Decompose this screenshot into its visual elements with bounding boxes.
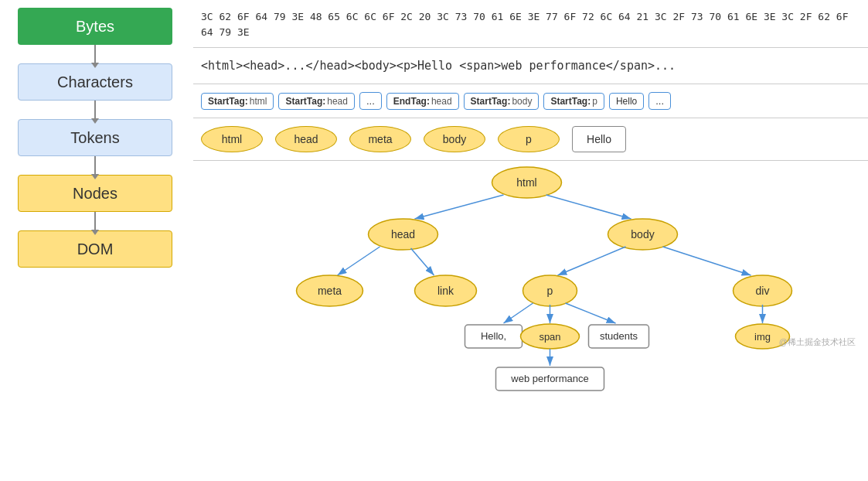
node-html: html <box>201 126 263 152</box>
stage-bytes: Bytes <box>18 8 172 45</box>
svg-line-4 <box>546 195 631 219</box>
svg-text:html: html <box>516 176 536 189</box>
token-start-body: StartTag: body <box>464 93 540 110</box>
dom-label: DOM <box>77 240 114 258</box>
svg-line-23 <box>566 303 616 323</box>
node-hello: Hello <box>572 126 626 152</box>
svg-text:Hello,: Hello, <box>481 330 506 342</box>
dom-tree-svg: html head body meta link <box>193 161 868 354</box>
stage-nodes: Nodes <box>18 175 172 212</box>
tokens-row: StartTag: html StartTag: head ... EndTag… <box>193 84 868 118</box>
svg-text:div: div <box>756 285 770 297</box>
node-body: body <box>424 126 485 152</box>
svg-text:link: link <box>437 285 454 297</box>
node-meta: meta <box>349 126 411 152</box>
token-start-p: StartTag: p <box>543 93 604 110</box>
svg-line-3 <box>415 195 504 219</box>
svg-text:web performance: web performance <box>510 373 588 384</box>
node-head: head <box>275 126 337 152</box>
svg-text:students: students <box>600 330 638 342</box>
svg-text:head: head <box>391 228 415 240</box>
characters-text: <html><head>...</head><body><p>Hello <sp… <box>201 59 676 73</box>
arrow-characters-to-tokens <box>94 101 96 119</box>
svg-text:p: p <box>547 285 553 297</box>
bytes-text: 3C 62 6F 64 79 3E 48 65 6C 6C 6F 2C 20 3… <box>201 11 848 38</box>
right-panel: 3C 62 6F 64 79 3E 48 65 6C 6C 6F 2C 20 3… <box>193 0 868 481</box>
left-panel: Bytes Characters Tokens Nodes DOM <box>4 8 186 268</box>
node-p: p <box>498 126 560 152</box>
stage-dom: DOM <box>18 230 172 268</box>
svg-line-10 <box>411 248 434 275</box>
svg-line-11 <box>558 247 626 275</box>
token-start-html: StartTag: html <box>201 93 274 110</box>
token-ellipsis-2: ... <box>648 92 671 110</box>
token-ellipsis-1: ... <box>359 92 382 110</box>
svg-text:span: span <box>539 331 560 343</box>
arrow-bytes-to-characters <box>94 45 96 63</box>
nodes-label: Nodes <box>73 185 117 203</box>
svg-line-12 <box>663 247 751 275</box>
arrow-nodes-to-dom <box>94 212 96 230</box>
token-hello-text: Hello <box>609 93 644 110</box>
stage-tokens: Tokens <box>18 119 172 156</box>
dom-tree-row: html head body meta link <box>193 161 868 354</box>
svg-line-9 <box>338 247 380 275</box>
svg-line-21 <box>504 303 533 323</box>
svg-text:img: img <box>754 331 771 343</box>
characters-row: <html><head>...</head><body><p>Hello <sp… <box>193 48 868 84</box>
bytes-row: 3C 62 6F 64 79 3E 48 65 6C 6C 6F 2C 20 3… <box>193 0 868 47</box>
characters-label: Characters <box>57 73 133 91</box>
tokens-label: Tokens <box>70 129 119 147</box>
token-start-head: StartTag: head <box>278 93 354 110</box>
bytes-label: Bytes <box>76 18 114 36</box>
nodes-row: html head meta body p Hello <box>193 118 868 160</box>
watermark: @稀土掘金技术社区 <box>779 336 856 348</box>
svg-text:meta: meta <box>318 285 342 297</box>
svg-text:body: body <box>631 228 654 240</box>
token-end-head: EndTag: head <box>386 93 459 110</box>
stage-characters: Characters <box>18 63 172 101</box>
arrow-tokens-to-nodes <box>94 156 96 175</box>
